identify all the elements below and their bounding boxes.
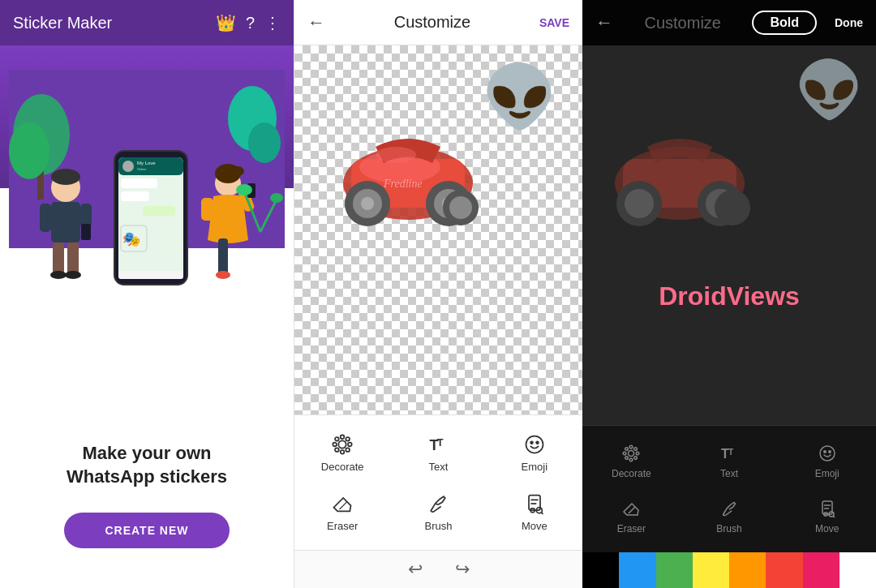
sticker-canvas[interactable]: Fredline 👽 bbox=[294, 45, 582, 414]
svg-text:🎭: 🎭 bbox=[122, 230, 141, 248]
dark-canvas[interactable]: 👽 DroidViews bbox=[582, 45, 876, 425]
color-blue[interactable] bbox=[619, 552, 655, 588]
svg-text:Fredline: Fredline bbox=[383, 178, 423, 190]
bold-toggle[interactable]: Bold bbox=[752, 11, 817, 35]
svg-point-27 bbox=[236, 184, 252, 195]
tool-brush[interactable]: Brush bbox=[390, 483, 486, 542]
svg-rect-36 bbox=[121, 191, 149, 201]
color-green[interactable] bbox=[656, 552, 693, 588]
svg-point-4 bbox=[9, 122, 49, 179]
save-button[interactable]: SAVE bbox=[539, 16, 569, 29]
svg-rect-9 bbox=[51, 202, 80, 242]
svg-point-83 bbox=[629, 451, 634, 457]
svg-point-24 bbox=[216, 271, 230, 279]
eraser-icon bbox=[331, 492, 354, 515]
svg-point-84 bbox=[630, 445, 633, 449]
create-new-button[interactable]: CREATE NEW bbox=[64, 513, 229, 548]
alien-sticker: 👽 bbox=[482, 62, 558, 133]
svg-point-6 bbox=[248, 122, 281, 163]
tool-decorate[interactable]: Decorate bbox=[294, 423, 390, 483]
app-title: Sticker Maker bbox=[13, 14, 206, 32]
svg-line-75 bbox=[541, 513, 543, 514]
svg-text:Online: Online bbox=[137, 167, 147, 171]
svg-point-55 bbox=[341, 435, 345, 439]
redo-button[interactable]: ↪ bbox=[455, 559, 470, 580]
tool-text[interactable]: T T Text bbox=[390, 423, 486, 483]
dark-tool-move[interactable]: Move bbox=[778, 489, 876, 544]
svg-rect-30 bbox=[118, 157, 183, 279]
color-orange[interactable] bbox=[729, 552, 766, 588]
move-label: Move bbox=[522, 520, 548, 532]
svg-point-82 bbox=[715, 190, 750, 225]
done-button[interactable]: Done bbox=[835, 16, 863, 29]
app-header: Sticker Maker 👑 ? ⋮ bbox=[0, 0, 294, 45]
svg-point-90 bbox=[625, 457, 629, 460]
svg-point-61 bbox=[335, 448, 339, 452]
color-pink[interactable] bbox=[803, 552, 840, 588]
dark-tool-decorate[interactable]: Decorate bbox=[582, 434, 681, 489]
back-button[interactable]: ← bbox=[307, 12, 325, 33]
svg-rect-14 bbox=[67, 242, 79, 275]
svg-point-65 bbox=[526, 436, 543, 453]
dark-decorate-label: Decorate bbox=[612, 468, 651, 479]
text-editor-header: ← Customize Bold Done bbox=[582, 0, 876, 45]
svg-point-89 bbox=[634, 457, 638, 460]
svg-point-79 bbox=[625, 189, 654, 218]
svg-point-96 bbox=[828, 451, 830, 453]
move-icon bbox=[523, 492, 546, 515]
color-white[interactable] bbox=[840, 552, 876, 588]
dark-eraser-label: Eraser bbox=[617, 523, 646, 534]
svg-text:T: T bbox=[728, 448, 733, 457]
make-stickers-text: Make your own WhatsApp stickers bbox=[67, 442, 227, 488]
svg-rect-23 bbox=[218, 238, 228, 275]
dark-emoji-icon bbox=[818, 444, 837, 463]
panel-sticker-maker: Sticker Maker 👑 ? ⋮ bbox=[0, 0, 294, 588]
tool-eraser[interactable]: Eraser bbox=[294, 483, 390, 542]
brush-icon bbox=[427, 492, 449, 515]
dark-emoji-label: Emoji bbox=[815, 468, 840, 479]
dark-tool-eraser[interactable]: Eraser bbox=[582, 489, 681, 544]
decorate-label: Decorate bbox=[321, 461, 364, 473]
svg-point-51 bbox=[449, 196, 472, 219]
svg-point-28 bbox=[270, 193, 283, 203]
svg-point-95 bbox=[823, 451, 825, 453]
svg-point-56 bbox=[341, 450, 345, 454]
svg-text:My Love: My Love bbox=[137, 161, 156, 165]
tool-move[interactable]: Move bbox=[487, 483, 582, 542]
dark-tool-emoji[interactable]: Emoji bbox=[778, 434, 876, 489]
dark-tool-brush[interactable]: Brush bbox=[681, 489, 779, 544]
back-button-dark[interactable]: ← bbox=[595, 12, 613, 33]
undo-redo-bar: ↩ ↪ bbox=[294, 550, 582, 588]
color-palette bbox=[582, 552, 876, 588]
customize-title: Customize bbox=[335, 13, 530, 32]
help-icon[interactable]: ? bbox=[246, 14, 255, 32]
color-black[interactable] bbox=[582, 552, 619, 588]
svg-point-57 bbox=[333, 443, 337, 447]
svg-rect-37 bbox=[143, 206, 175, 216]
color-red[interactable] bbox=[766, 552, 802, 588]
dark-move-label: Move bbox=[815, 523, 839, 534]
color-yellow[interactable] bbox=[693, 552, 729, 588]
hero-section: My Love Online 🎭 bbox=[0, 45, 294, 402]
svg-point-59 bbox=[335, 437, 339, 441]
tools-panel: Decorate T T Text Emoji bbox=[294, 414, 582, 550]
tool-emoji[interactable]: Emoji bbox=[487, 423, 582, 483]
svg-point-16 bbox=[65, 271, 81, 279]
svg-point-86 bbox=[624, 452, 627, 455]
hero-illustration: My Love Online 🎭 bbox=[9, 70, 285, 378]
dark-text-icon: T T bbox=[719, 444, 739, 463]
svg-line-103 bbox=[833, 516, 835, 517]
dark-tool-text[interactable]: T T Text bbox=[681, 434, 779, 489]
left-content: Make your own WhatsApp stickers CREATE N… bbox=[0, 402, 294, 588]
svg-point-15 bbox=[50, 271, 67, 279]
svg-line-68 bbox=[340, 502, 347, 509]
svg-point-46 bbox=[361, 197, 374, 210]
svg-point-32 bbox=[122, 161, 134, 172]
svg-point-62 bbox=[346, 437, 350, 441]
svg-rect-40 bbox=[118, 271, 183, 279]
svg-point-19 bbox=[231, 166, 244, 176]
undo-button[interactable]: ↩ bbox=[408, 559, 423, 580]
decorate-icon bbox=[331, 433, 354, 456]
more-menu-icon[interactable]: ⋮ bbox=[264, 13, 281, 32]
dark-text-label: Text bbox=[720, 468, 738, 479]
